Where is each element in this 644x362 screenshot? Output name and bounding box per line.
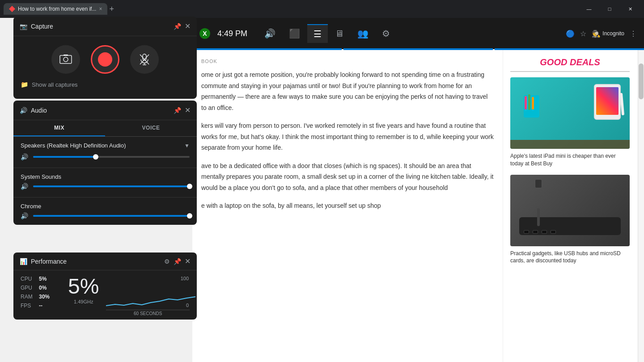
svg-point-1 bbox=[64, 57, 68, 62]
capture-panel-icon: 📷 bbox=[20, 23, 27, 30]
audio-toggle-button[interactable] bbox=[130, 45, 159, 74]
audio-close-button[interactable]: ✕ bbox=[185, 106, 191, 114]
tab-area: How to work from home even if... × + bbox=[4, 3, 114, 15]
perf-freq: 1.49GHz bbox=[74, 299, 93, 304]
capture-pin-button[interactable]: 📌 bbox=[174, 23, 181, 30]
system-sounds-fill bbox=[33, 185, 190, 187]
system-sounds-icon: 🔊 bbox=[21, 183, 30, 190]
deal-image-hub bbox=[510, 175, 630, 246]
record-button[interactable] bbox=[91, 45, 119, 74]
xbox-nav-settings[interactable]: ⚙ bbox=[376, 25, 396, 42]
xbox-nav-social[interactable]: 👥 bbox=[351, 25, 375, 42]
show-captures-label: Show all captures bbox=[32, 81, 78, 88]
browser-bar: How to work from home even if... × + — □… bbox=[0, 0, 644, 18]
article-container: BOOK ome or just got a remote position, … bbox=[192, 50, 637, 362]
perf-stats: CPU 5% GPU 0% RAM 30% FPS -- bbox=[21, 276, 61, 309]
deal-card-2: Practical gadgets, like USB hubs and mic… bbox=[510, 175, 630, 265]
perf-panel-header: 📊 Performance ⚙ 📌 ✕ bbox=[13, 253, 197, 270]
perf-chart: 100 0 60 SECONDS bbox=[106, 276, 190, 316]
article-sidebar: GOOD DEALS Apple's latest iPad mini is c… bbox=[503, 50, 637, 362]
chrome-slider-row: 🔊 bbox=[13, 210, 197, 225]
audio-tab-mix[interactable]: MIX bbox=[13, 120, 105, 136]
perf-pin-button[interactable]: 📌 bbox=[174, 258, 181, 265]
ram-value: 30% bbox=[39, 294, 50, 300]
deal-image-ipad bbox=[510, 77, 630, 149]
deal-caption-2: Practical gadgets, like USB hubs and mic… bbox=[510, 250, 630, 265]
active-tab[interactable]: How to work from home even if... × bbox=[4, 3, 107, 15]
incognito-badge: 🕵 Incognito bbox=[592, 29, 624, 38]
scrollbar-thumb[interactable] bbox=[639, 63, 644, 99]
system-sounds-thumb[interactable] bbox=[187, 184, 192, 189]
new-tab-button[interactable]: + bbox=[109, 4, 114, 14]
article-paragraph-2: kers will vary from person to person. I'… bbox=[201, 120, 494, 153]
fps-value: -- bbox=[39, 303, 42, 309]
fps-label: FPS bbox=[21, 303, 36, 309]
cpu-label: CPU bbox=[21, 276, 36, 282]
chart-max: 100 bbox=[181, 276, 189, 281]
deal-caption-1: Apple's latest iPad mini is cheaper than… bbox=[510, 152, 630, 168]
gpu-value: 0% bbox=[39, 285, 47, 291]
perf-line-chart bbox=[106, 281, 195, 308]
tab-favicon bbox=[9, 6, 15, 12]
article-paragraph-3: ave to be a dedicated office with a door… bbox=[201, 160, 494, 194]
maximize-button[interactable]: □ bbox=[599, 0, 620, 18]
perf-panel-icon: 📊 bbox=[20, 258, 27, 265]
perf-big-display: 5% 1.49GHz bbox=[68, 276, 99, 304]
perf-stat-fps: FPS -- bbox=[21, 303, 61, 309]
audio-tab-voice[interactable]: VOICE bbox=[105, 120, 197, 136]
screenshot-button[interactable] bbox=[51, 45, 80, 74]
perf-stat-gpu: GPU 0% bbox=[21, 285, 61, 291]
system-sounds-slider-row: 🔊 bbox=[13, 180, 197, 195]
perf-close-button[interactable]: ✕ bbox=[185, 257, 191, 265]
xbox-game-bar: X 4:49 PM 🔊 ⬛ ☰ 🖥 👥 ⚙ 🔵 ☆ 🕵 Incognito ⋮ bbox=[192, 18, 644, 49]
audio-device-selector[interactable]: Speakers (Realtek High Definition Audio)… bbox=[13, 137, 197, 151]
system-sounds-label: System Sounds bbox=[13, 170, 197, 180]
star-icon[interactable]: ☆ bbox=[580, 29, 586, 38]
xbox-nav-monitor[interactable]: ⬛ bbox=[283, 25, 306, 42]
audio-device-chevron: ▼ bbox=[184, 143, 190, 149]
svg-rect-2 bbox=[64, 55, 68, 56]
chart-time-label: 60 SECONDS bbox=[106, 310, 190, 316]
xbox-nav-sound[interactable]: 🔊 bbox=[258, 25, 282, 42]
perf-content: CPU 5% GPU 0% RAM 30% FPS -- 5% 1.49GHz … bbox=[13, 270, 197, 320]
chrome-volume-fill bbox=[33, 215, 190, 217]
good-deals-title: GOOD DEALS bbox=[510, 57, 630, 72]
chrome-volume-slider[interactable] bbox=[33, 215, 190, 217]
perf-stat-cpu: CPU 5% bbox=[21, 276, 61, 282]
ram-label: RAM bbox=[21, 294, 36, 300]
audio-pin-button[interactable]: 📌 bbox=[174, 107, 181, 114]
chrome-extension-icon[interactable]: 🔵 bbox=[566, 29, 575, 38]
tab-close-button[interactable]: × bbox=[99, 6, 102, 12]
record-dot bbox=[98, 52, 112, 67]
xbox-nav-menu-active[interactable]: ☰ bbox=[307, 24, 328, 43]
close-button[interactable]: ✕ bbox=[620, 0, 640, 18]
xbox-nav-display[interactable]: 🖥 bbox=[329, 25, 350, 42]
chrome-volume-thumb[interactable] bbox=[187, 213, 192, 219]
audio-panel-header: 🔊 Audio 📌 ✕ bbox=[13, 101, 197, 120]
show-captures-icon: 📁 bbox=[21, 81, 28, 88]
master-volume-slider[interactable] bbox=[33, 156, 190, 158]
xbox-bar-right: 🔵 ☆ 🕵 Incognito ⋮ bbox=[566, 29, 637, 38]
capture-panel-header: 📷 Capture 📌 ✕ bbox=[13, 17, 197, 36]
minimize-button[interactable]: — bbox=[579, 0, 599, 18]
xbox-nav: 🔊 ⬛ ☰ 🖥 👥 ⚙ bbox=[258, 24, 396, 43]
article-paragraph-1: ome or just got a remote position, you'r… bbox=[201, 69, 494, 113]
show-captures-button[interactable]: 📁 Show all captures bbox=[13, 77, 197, 92]
breadcrumb: BOOK bbox=[201, 57, 494, 66]
tab-title: How to work from home even if... bbox=[18, 6, 96, 12]
volume-icon: 🔊 bbox=[21, 153, 30, 160]
system-sounds-slider[interactable] bbox=[33, 185, 190, 187]
chrome-label: Chrome bbox=[13, 199, 197, 210]
perf-panel-title: Performance bbox=[31, 258, 161, 265]
article-paragraph-4: e with a laptop on the sofa, by all mean… bbox=[201, 200, 494, 211]
master-volume-thumb[interactable] bbox=[93, 154, 98, 160]
scrollbar[interactable] bbox=[638, 50, 644, 362]
time-display: 4:49 PM bbox=[217, 29, 247, 38]
article-text: BOOK ome or just got a remote position, … bbox=[192, 50, 503, 362]
perf-big-percent: 5% bbox=[68, 276, 99, 297]
perf-settings-button[interactable]: ⚙ bbox=[164, 258, 170, 265]
audio-panel-title: Audio bbox=[31, 107, 170, 114]
more-options-icon[interactable]: ⋮ bbox=[630, 29, 637, 38]
capture-close-button[interactable]: ✕ bbox=[185, 22, 191, 30]
deal-card-1: Apple's latest iPad mini is cheaper than… bbox=[510, 77, 630, 168]
